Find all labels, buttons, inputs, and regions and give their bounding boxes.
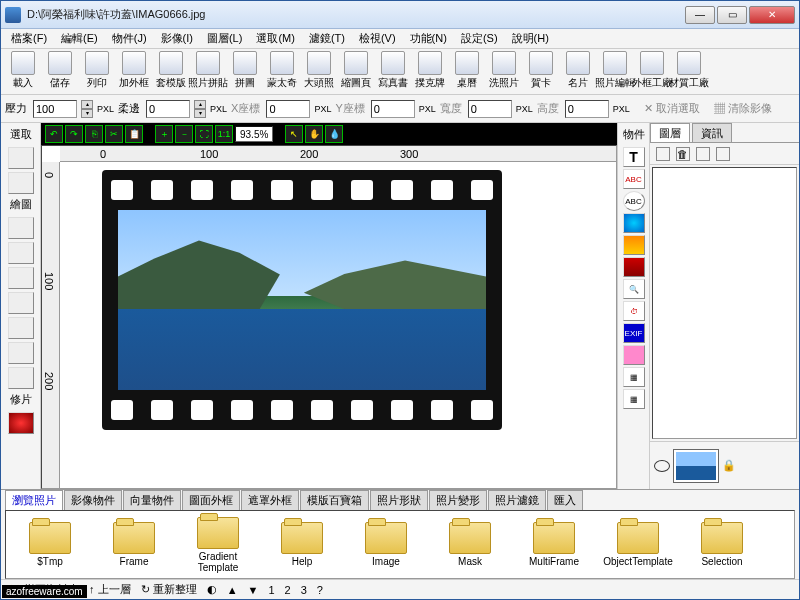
eraser-tool[interactable]: [8, 292, 34, 314]
bottom-tab-2[interactable]: 向量物件: [123, 490, 181, 510]
abc-tool-2[interactable]: ABC: [623, 191, 645, 211]
toolbar-15[interactable]: 名片: [560, 51, 596, 90]
clock-tool[interactable]: ⏱: [623, 301, 645, 321]
folder-Image[interactable]: Image: [346, 522, 426, 567]
folder-Selection[interactable]: Selection: [682, 522, 762, 567]
table-tool[interactable]: ▦: [623, 389, 645, 409]
bottom-tab-6[interactable]: 照片形狀: [370, 490, 428, 510]
folder-browser[interactable]: $TmpFrameGradient TemplateHelpImageMaskM…: [5, 510, 795, 579]
marker-tool[interactable]: [8, 267, 34, 289]
eyedrop-tool[interactable]: 💧: [325, 125, 343, 143]
maximize-button[interactable]: ▭: [717, 6, 747, 24]
help-button[interactable]: ?: [317, 584, 323, 596]
view-btn-2[interactable]: ▲: [227, 584, 238, 596]
abc-tool-1[interactable]: ABC: [623, 169, 645, 189]
zoom-out-button[interactable]: －: [175, 125, 193, 143]
view-btn-3[interactable]: ▼: [248, 584, 259, 596]
fill-tool[interactable]: [8, 317, 34, 339]
pressure-input[interactable]: 100: [33, 100, 77, 118]
y-input[interactable]: 0: [371, 100, 415, 118]
exif-tool[interactable]: EXIF: [623, 323, 645, 343]
menu-image[interactable]: 影像(I): [155, 29, 199, 48]
folder-ObjectTemplate[interactable]: ObjectTemplate: [598, 522, 678, 567]
soft-spinner[interactable]: ▴▾: [194, 100, 206, 118]
toolbar-9[interactable]: 縮圖頁: [338, 51, 374, 90]
lock-icon[interactable]: 🔒: [722, 459, 736, 472]
new-layer-button[interactable]: [656, 147, 670, 161]
layer-up-button[interactable]: [696, 147, 710, 161]
bottom-tab-5[interactable]: 模版百寶箱: [300, 490, 369, 510]
undo-button[interactable]: ↶: [45, 125, 63, 143]
folder-Help[interactable]: Help: [262, 522, 342, 567]
calendar-tool[interactable]: ▦: [623, 367, 645, 387]
toolbar-13[interactable]: 洗照片: [486, 51, 522, 90]
toolbar-8[interactable]: 大頭照: [301, 51, 337, 90]
toolbar-7[interactable]: 蒙太奇: [264, 51, 300, 90]
bottom-tab-8[interactable]: 照片濾鏡: [488, 490, 546, 510]
zoom-in-button[interactable]: ＋: [155, 125, 173, 143]
hand-tool[interactable]: ✋: [305, 125, 323, 143]
tab-layers[interactable]: 圖層: [650, 123, 690, 142]
toolbar-11[interactable]: 撲克牌: [412, 51, 448, 90]
brush-tool[interactable]: [8, 242, 34, 264]
actual-button[interactable]: 1:1: [215, 125, 233, 143]
canvas[interactable]: 0 100 200 300 0 100 200: [41, 145, 617, 489]
bottom-tab-7[interactable]: 照片變形: [429, 490, 487, 510]
toolbar-12[interactable]: 桌曆: [449, 51, 485, 90]
layer-down-button[interactable]: [716, 147, 730, 161]
text-tool[interactable]: T: [623, 147, 645, 167]
menu-object[interactable]: 物件(J): [106, 29, 153, 48]
magnifier-tool[interactable]: 🔍: [623, 279, 645, 299]
lasso-tool[interactable]: [8, 172, 34, 194]
size-btn-1[interactable]: 1: [268, 584, 274, 596]
sphere-tool[interactable]: [623, 213, 645, 233]
toolbar-10[interactable]: 寫真書: [375, 51, 411, 90]
copy-button[interactable]: ⎘: [85, 125, 103, 143]
toolbar-2[interactable]: 列印: [79, 51, 115, 90]
size-btn-2[interactable]: 2: [285, 584, 291, 596]
bottom-tab-9[interactable]: 匯入: [547, 490, 583, 510]
menu-edit[interactable]: 編輯(E): [55, 29, 104, 48]
layers-list[interactable]: [652, 167, 797, 439]
toolbar-0[interactable]: 載入: [5, 51, 41, 90]
toolbar-14[interactable]: 賀卡: [523, 51, 559, 90]
x-input[interactable]: 0: [266, 100, 310, 118]
gradient-tool-2[interactable]: [623, 257, 645, 277]
pencil-tool[interactable]: [8, 217, 34, 239]
menu-layer[interactable]: 圖層(L): [201, 29, 248, 48]
grid-tool-1[interactable]: [623, 345, 645, 365]
fit-button[interactable]: ⛶: [195, 125, 213, 143]
clone-tool[interactable]: [8, 342, 34, 364]
visibility-icon[interactable]: [654, 460, 670, 472]
menu-select[interactable]: 選取(M): [250, 29, 301, 48]
line-tool[interactable]: [8, 367, 34, 389]
w-input[interactable]: 0: [468, 100, 512, 118]
layer-row[interactable]: 🔒: [650, 441, 799, 489]
toolbar-1[interactable]: 儲存: [42, 51, 78, 90]
folder-Mask[interactable]: Mask: [430, 522, 510, 567]
cancel-selection-button[interactable]: ✕ 取消選取: [644, 101, 700, 116]
toolbar-6[interactable]: 拼圖: [227, 51, 263, 90]
menu-help[interactable]: 說明(H): [506, 29, 555, 48]
toolbar-5[interactable]: 照片拼貼: [190, 51, 226, 90]
folder-$Tmp[interactable]: $Tmp: [10, 522, 90, 567]
menu-file[interactable]: 檔案(F): [5, 29, 53, 48]
folder-Frame[interactable]: Frame: [94, 522, 174, 567]
pressure-spinner[interactable]: ▴▾: [81, 100, 93, 118]
close-button[interactable]: ✕: [749, 6, 795, 24]
menu-view[interactable]: 檢視(V): [353, 29, 402, 48]
folder-MultiFrame[interactable]: MultiFrame: [514, 522, 594, 567]
redeye-tool[interactable]: [8, 412, 34, 434]
zoom-display[interactable]: 93.5%: [235, 126, 273, 142]
tab-info[interactable]: 資訊: [692, 123, 732, 142]
delete-layer-button[interactable]: 🗑: [676, 147, 690, 161]
rect-select-tool[interactable]: [8, 147, 34, 169]
clear-image-button[interactable]: ▦ 清除影像: [714, 101, 772, 116]
toolbar-4[interactable]: 套模版: [153, 51, 189, 90]
toolbar-18[interactable]: 材質工廠: [671, 51, 707, 90]
size-btn-3[interactable]: 3: [301, 584, 307, 596]
view-btn-1[interactable]: ◐: [207, 583, 217, 596]
gradient-tool-1[interactable]: [623, 235, 645, 255]
h-input[interactable]: 0: [565, 100, 609, 118]
menu-filter[interactable]: 濾鏡(T): [303, 29, 351, 48]
